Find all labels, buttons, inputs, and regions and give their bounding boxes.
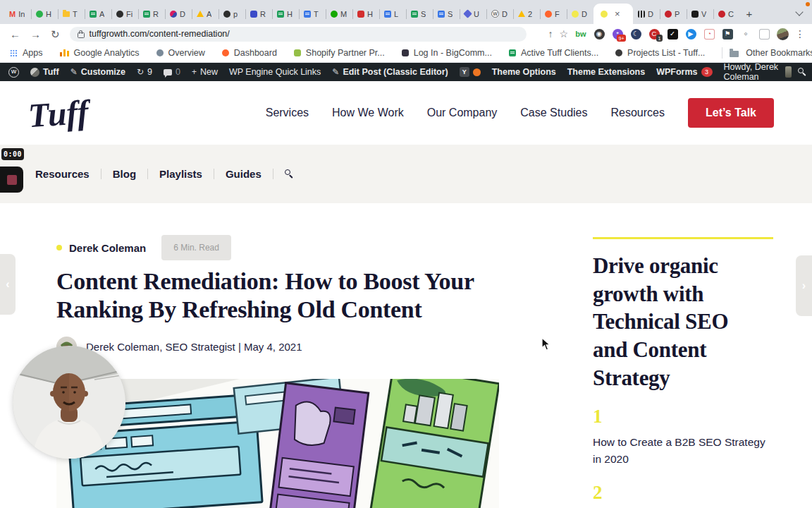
new-content-button[interactable]: +New <box>192 67 218 77</box>
p-red-p-tab[interactable]: P <box>660 4 687 24</box>
bookmark-item-4[interactable]: Shopify Partner Pr... <box>294 48 385 58</box>
tab-title: F <box>555 10 560 18</box>
carousel-prev-button[interactable]: ‹ <box>0 254 16 315</box>
red-h-tab[interactable]: H <box>352 4 379 24</box>
bookmark-item-6[interactable]: Active Tuff Clients... <box>509 48 598 58</box>
stop-recording-button[interactable] <box>0 167 23 193</box>
wpforms-button[interactable]: WPForms3 <box>656 67 712 77</box>
drive-2-tab[interactable]: 2 <box>513 4 540 24</box>
comments-count: 0 <box>176 67 180 77</box>
bookmark-item-2[interactable]: Overview <box>156 48 205 58</box>
dark-p-tab[interactable]: p <box>219 4 245 24</box>
user-avatar[interactable] <box>785 66 792 78</box>
back-button[interactable]: ← <box>10 29 20 40</box>
recording-timer: 0:00 <box>1 148 24 160</box>
author-tag[interactable]: Derek Coleman <box>69 242 146 254</box>
sidebar-list-item-2[interactable]: 2 <box>593 483 773 502</box>
nav-item-our-company[interactable]: Our Company <box>427 107 498 119</box>
new-tab-button[interactable]: + <box>740 4 758 24</box>
duo-circle-d-tab[interactable]: D <box>165 4 192 24</box>
nav-item-resources[interactable]: Resources <box>610 107 664 119</box>
bookmark-item-3[interactable]: Dashboard <box>222 48 277 58</box>
nav-items: ServicesHow We WorkOur CompanyCase Studi… <box>266 107 665 119</box>
address-bar[interactable]: tuffgrowth.com/content-remediation/ <box>70 27 527 42</box>
clipper-extension-icon[interactable]: ◔ <box>703 28 715 40</box>
night-moon-extension-icon[interactable]: ☾ <box>629 28 642 40</box>
wordpress-d-tab[interactable]: WD <box>486 4 513 24</box>
sheet-r-tab[interactable]: R <box>138 4 165 24</box>
site-menu[interactable]: Tuff <box>30 67 59 77</box>
send-blue-extension-icon[interactable]: ▶ <box>684 28 697 40</box>
doc-l-tab[interactable]: L <box>379 4 406 24</box>
puzzle-extension-icon[interactable]: ⋄ <box>739 28 752 40</box>
reload-button[interactable]: ↻ <box>51 29 60 40</box>
subnav-item-resources[interactable]: Resources <box>35 168 90 180</box>
tab-search-chevron-icon[interactable] <box>795 8 803 16</box>
bitwarden-extension-icon[interactable]: bw <box>574 28 587 40</box>
share-icon[interactable]: ↑ <box>548 29 553 39</box>
flagger-extension-icon[interactable]: ⚑ <box>721 28 734 40</box>
tuff-logo[interactable]: Tuff <box>27 92 97 139</box>
task-check-extension-icon[interactable]: ✓ <box>666 28 679 40</box>
search-lens-extension-icon[interactable]: ◉ <box>593 28 605 40</box>
wp-engine-quick-links[interactable]: WP Engine Quick Links <box>229 67 321 77</box>
profile-avatar-extension-icon[interactable] <box>776 28 789 40</box>
doc-s-tab[interactable]: S <box>433 4 460 24</box>
sheet-s-tab[interactable]: S <box>406 4 433 24</box>
tab-close-icon[interactable]: × <box>615 9 620 18</box>
sheet-a-tab[interactable]: A <box>85 4 111 24</box>
dark-fi-tab[interactable]: Fi <box>111 4 138 24</box>
doc-t-tab[interactable]: T <box>299 4 326 24</box>
edit-post-button[interactable]: ✎Edit Post (Classic Editor) <box>332 67 448 77</box>
url-text[interactable]: tuffgrowth.com/content-remediation/ <box>90 29 230 39</box>
subnav-search-icon[interactable] <box>285 169 294 179</box>
howdy-menu[interactable]: Howdy, Derek Coleman <box>724 62 779 82</box>
theme-options-button[interactable]: Theme Options <box>492 67 556 77</box>
customize-button[interactable]: ✎Customize <box>70 67 125 77</box>
lets-talk-button[interactable]: Let’s Talk <box>688 98 774 128</box>
tab-title: H <box>367 10 373 18</box>
bookmark-item-5[interactable]: Log In - BigComm... <box>402 48 492 58</box>
wp-logo-menu[interactable]: W <box>8 67 19 78</box>
other-bookmarks[interactable]: Other Bookmarks <box>722 47 812 59</box>
comments-button[interactable]: 0 <box>164 67 180 77</box>
admin-search-icon[interactable] <box>798 68 804 77</box>
bars-d-tab[interactable]: D <box>633 4 660 24</box>
sheet-h-tab[interactable]: H <box>272 4 299 24</box>
green-app-tab[interactable]: H <box>31 4 58 24</box>
flame-f-tab[interactable]: F <box>540 4 567 24</box>
bookmark-star-icon[interactable]: ☆ <box>559 29 568 39</box>
forward-button[interactable]: → <box>30 29 41 40</box>
dark-v-tab[interactable]: V <box>687 4 713 24</box>
inactive-ext-extension-icon[interactable] <box>758 28 770 40</box>
screenshot-extension-icon[interactable]: *9+ <box>611 28 624 40</box>
gmail-inbox-tab[interactable]: MIn <box>4 4 31 24</box>
bookmark-item-1[interactable]: Google Analytics <box>60 48 140 58</box>
site-favicon-icon <box>30 68 39 77</box>
flagger-glyph: ⚑ <box>722 29 733 40</box>
webcam-bubble[interactable] <box>13 346 125 459</box>
nav-item-services[interactable]: Services <box>266 107 309 119</box>
bookmark-item-7[interactable]: Projects List - Tuff... <box>615 48 705 58</box>
subnav-item-blog[interactable]: Blog <box>113 168 136 180</box>
tuff-active-tab[interactable]: × <box>593 4 633 24</box>
bookmark-item-0[interactable]: Apps <box>10 48 43 58</box>
yellow-folder-tab[interactable]: T <box>58 4 85 24</box>
subnav-item-playlists[interactable]: Playlists <box>159 168 202 180</box>
browser-menu-icon[interactable]: ⋮ <box>795 29 805 39</box>
yoast-menu[interactable]: Y <box>460 67 481 77</box>
r-app-tab[interactable]: R <box>245 4 272 24</box>
sidebar-list-item-1[interactable]: 1How to Create a B2B SEO Strategy in 202… <box>593 407 773 468</box>
nav-item-case-studies[interactable]: Case Studies <box>520 107 587 119</box>
subnav-item-guides[interactable]: Guides <box>226 168 262 180</box>
carousel-next-button[interactable]: › <box>796 255 812 316</box>
drive-a-tab[interactable]: A <box>192 4 219 24</box>
diamond-u-tab[interactable]: U <box>460 4 486 24</box>
theme-extensions-button[interactable]: Theme Extensions <box>567 67 645 77</box>
updates-button[interactable]: ↻9 <box>137 67 152 77</box>
yellow-d-tab[interactable]: D <box>567 4 593 24</box>
colorzilla-extension-icon[interactable]: C1 <box>648 28 660 40</box>
nav-item-how-we-work[interactable]: How We Work <box>332 107 404 119</box>
p-red-c-tab[interactable]: C <box>713 4 740 24</box>
upwork-m-tab[interactable]: M <box>326 4 352 24</box>
